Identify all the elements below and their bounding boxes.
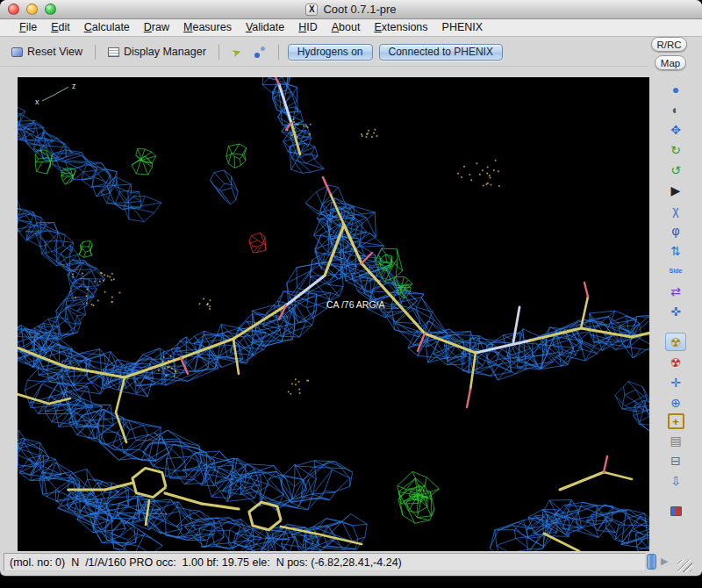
- run-refmac-button[interactable]: ☢: [665, 353, 686, 371]
- rotate-translate-icon: ↻: [670, 144, 681, 156]
- rotate-translate-button[interactable]: ↻: [665, 140, 686, 159]
- find-waters-button[interactable]: ⊕: [665, 393, 686, 412]
- edit-chi-angles-button[interactable]: χ: [665, 201, 686, 219]
- menu-draw[interactable]: Draw: [137, 19, 176, 36]
- refine-residues-button[interactable]: ☢: [665, 333, 686, 351]
- rigid-body-fit-icon: ✥: [670, 124, 681, 136]
- atom-pair-icon: [254, 47, 266, 58]
- expand-arrow-icon[interactable]: ▶: [661, 554, 668, 568]
- atom-label: CA /76 ARG/A: [326, 299, 385, 310]
- molecular-canvas[interactable]: x z CA /76 ARG/A: [18, 77, 649, 551]
- reset-view-icon: [11, 47, 23, 57]
- real-space-refine-button[interactable]: ●: [665, 80, 686, 98]
- menubar: FileEditCalculateDrawMeasuresValidateHID…: [0, 19, 702, 37]
- resize-grip[interactable]: [677, 560, 692, 572]
- window-title: Coot 0.7.1-pre: [323, 3, 396, 16]
- goto-atom-button[interactable]: ➤: [228, 43, 246, 61]
- regularize-button[interactable]: ◐: [665, 100, 686, 118]
- model-sticks-layer: [18, 77, 649, 551]
- axis-z-label: z: [72, 82, 76, 90]
- status-text: (mol. no: 0) N /1/A/160 PRO occ: 1.00 bf…: [10, 556, 402, 569]
- radiation-red-icon: ☢: [670, 356, 682, 369]
- rotamers-button[interactable]: ▶: [665, 181, 686, 199]
- side-chain-flip-button[interactable]: Side: [665, 262, 686, 280]
- rrc-button[interactable]: R/RC: [651, 37, 687, 52]
- goto-atom-icon: ➤: [231, 45, 243, 59]
- down-arrow-icon: ⇩: [670, 475, 681, 487]
- statusbar: (mol. no: 0) N /1/A/160 PRO occ: 1.00 bf…: [4, 553, 646, 571]
- auto-fit-rotamer-icon: ↺: [670, 164, 681, 176]
- hydrogens-toggle-button[interactable]: Hydrogens on: [288, 44, 373, 61]
- menu-validate[interactable]: Validate: [239, 19, 291, 36]
- torsion-icon: φ: [671, 225, 679, 237]
- chi-angles-icon: χ: [672, 204, 678, 217]
- right-rail: R/RC Map ●◐✥↻↺▶χφ⇅Side⇄✜☢☢✛⊕+▤⊟⇩: [649, 35, 702, 555]
- refine-sphere-icon: ●: [672, 83, 679, 96]
- db-main-button[interactable]: ▤: [665, 431, 686, 449]
- coot-window: X Coot 0.7.1-pre FileEditCalculateDrawMe…: [0, 0, 702, 576]
- plus-icon: +: [672, 416, 679, 427]
- add-terminal-icon: ✜: [670, 305, 681, 318]
- toolbar-separator: [218, 45, 219, 60]
- close-button[interactable]: [8, 4, 19, 15]
- toolbar-separator: [278, 45, 279, 60]
- flip-peptide-button[interactable]: ⇅: [665, 241, 686, 260]
- display-manager-icon: [108, 47, 119, 57]
- display-manager-button[interactable]: Display Manager: [104, 44, 210, 60]
- menu-file[interactable]: File: [12, 19, 44, 36]
- reset-view-button[interactable]: Reset View: [8, 44, 86, 60]
- rigid-body-fit-button[interactable]: ✥: [665, 120, 686, 139]
- density-mesh-layer: [18, 77, 649, 551]
- toolbar-separator: [95, 45, 96, 60]
- minimize-button[interactable]: [26, 4, 38, 15]
- axes-gizmo: x z: [35, 82, 76, 106]
- side-chain-flip-icon: Side: [670, 268, 683, 274]
- modelling-toolbar: ●◐✥↻↺▶χφ⇅Side⇄✜☢☢✛⊕+▤⊟⇩: [657, 79, 694, 521]
- menu-edit[interactable]: Edit: [44, 19, 77, 36]
- atom-pair-button[interactable]: [252, 43, 269, 61]
- add-terminal-residue-button[interactable]: ✜: [665, 302, 686, 320]
- auto-fit-rotamer-button[interactable]: ↺: [665, 161, 686, 179]
- trash-icon: ⊟: [670, 455, 681, 467]
- map-button[interactable]: Map: [655, 55, 686, 70]
- menu-calculate[interactable]: Calculate: [77, 19, 137, 36]
- menu-about[interactable]: About: [325, 19, 368, 36]
- fixed-atoms-icon: ✛: [670, 376, 681, 389]
- phenix-connection-button[interactable]: Connected to PHENIX: [379, 44, 503, 61]
- menu-hid[interactable]: HID: [291, 19, 325, 36]
- undo-button[interactable]: ⇩: [665, 471, 686, 490]
- axis-x-label: x: [35, 97, 39, 106]
- x11-icon: X: [305, 4, 318, 16]
- rotamers-icon: ▶: [671, 184, 681, 197]
- screenshot-button[interactable]: [665, 502, 686, 520]
- titlebar[interactable]: X Coot 0.7.1-pre: [0, 0, 702, 19]
- mutate-auto-fit-button[interactable]: ⇄: [665, 282, 686, 300]
- menu-measures[interactable]: Measures: [176, 19, 239, 36]
- scroll-thumb[interactable]: [647, 554, 656, 570]
- toolbar: Reset View Display Manager ➤ Hydrogens o…: [0, 38, 648, 67]
- flip-peptide-icon: ⇅: [670, 245, 681, 257]
- menu-phenix[interactable]: PHENIX: [435, 19, 491, 36]
- window-controls: [8, 4, 56, 15]
- grid-icon: ▤: [670, 434, 681, 447]
- duo-flag-icon: [670, 506, 682, 516]
- zoom-button[interactable]: [45, 4, 56, 15]
- add-alt-conf-button[interactable]: +: [668, 413, 684, 429]
- display-manager-label: Display Manager: [124, 46, 206, 58]
- reset-view-label: Reset View: [27, 46, 82, 58]
- radiation-icon: ☢: [670, 336, 682, 348]
- window-title-group: X Coot 0.7.1-pre: [305, 3, 396, 16]
- find-waters-icon: ⊕: [670, 397, 681, 409]
- fixed-atoms-button[interactable]: ✛: [665, 373, 686, 391]
- torsion-general-button[interactable]: φ: [665, 221, 686, 240]
- molecular-scene: x z CA /76 ARG/A: [18, 77, 649, 551]
- mutate-icon: ⇄: [670, 285, 681, 298]
- menu-extensions[interactable]: Extensions: [367, 19, 434, 36]
- regularize-icon: ◐: [672, 104, 679, 116]
- delete-item-button[interactable]: ⊟: [665, 451, 686, 470]
